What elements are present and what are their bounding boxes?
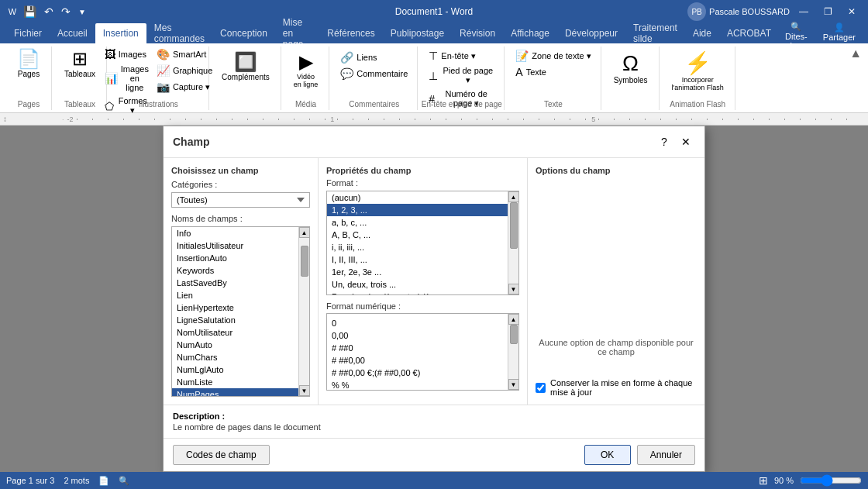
- graphique-btn[interactable]: 📈 Graphique: [153, 63, 215, 78]
- ribbon-group-complements: 🔲 Compléments: [211, 46, 281, 110]
- video-icon: ▶: [299, 53, 313, 71]
- share-btn[interactable]: 👤 Partager: [817, 20, 862, 43]
- field-item-lien[interactable]: Lien: [172, 289, 298, 301]
- images-btn[interactable]: 🖼 Images: [102, 46, 152, 62]
- format-list-scrollbar[interactable]: ▲ ▼: [508, 191, 518, 294]
- fieldnames-label: Noms de champs :: [171, 214, 310, 223]
- format-aucun[interactable]: (aucun): [327, 191, 508, 204]
- field-item-lienhypertexte[interactable]: LienHypertexte: [172, 301, 298, 314]
- description-label: Description :: [173, 412, 695, 421]
- tableaux-btn[interactable]: ⊞ Tableaux: [60, 46, 100, 81]
- pages-label: Pages: [18, 70, 40, 78]
- tab-affichage[interactable]: Affichage: [503, 23, 557, 43]
- field-item-numlglauto[interactable]: NumLglAuto: [172, 363, 298, 376]
- pied-page-btn[interactable]: ⊥ Pied de page ▾: [425, 64, 498, 87]
- pages-btn[interactable]: 📄 Pages: [12, 46, 45, 81]
- tab-accueil[interactable]: Accueil: [50, 23, 95, 43]
- complements-btn[interactable]: 🔲 Compléments: [217, 50, 274, 84]
- entete-btn[interactable]: ⊤ En-tête ▾: [425, 48, 498, 64]
- preserve-format-checkbox[interactable]: [536, 383, 546, 393]
- dialog-close-btn[interactable]: ✕: [677, 133, 695, 151]
- animation-btn[interactable]: ⚡ Incorporerl'animation Flash: [667, 50, 728, 95]
- more-qa-btn[interactable]: ▼: [75, 6, 89, 18]
- tab-insertion[interactable]: Insertion: [95, 23, 146, 43]
- video-btn[interactable]: ▶ Vidéoen ligne: [289, 50, 323, 91]
- tab-acrobat[interactable]: ACROBAT: [719, 23, 779, 43]
- format-abc-upper[interactable]: A, B, C, ...: [327, 229, 508, 241]
- texte-btn[interactable]: A Texte: [512, 64, 594, 80]
- search-btn[interactable]: 🔍 Dites-le-r: [779, 20, 814, 43]
- pages-group-label: Pages: [18, 100, 40, 108]
- field-item-nomutilisateur[interactable]: NomUtilisateur: [172, 326, 298, 339]
- tab-revision[interactable]: Révision: [452, 23, 503, 43]
- tab-traitement[interactable]: Traitement silde: [625, 23, 685, 43]
- pages-icon: 📄: [17, 50, 40, 68]
- format-abc-lower[interactable]: a, b, c, ...: [327, 216, 508, 229]
- num-fmt-hash0[interactable]: # ##0: [327, 342, 508, 354]
- num-fmt-hash000[interactable]: # ##0,00: [327, 354, 508, 367]
- tab-conception[interactable]: Conception: [212, 23, 275, 43]
- commentaire-btn[interactable]: 💬 Commentaire: [337, 66, 411, 81]
- dialog-help-btn[interactable]: ?: [655, 133, 673, 151]
- properties-label: Propriétés du champ: [326, 166, 519, 175]
- field-item-numchars[interactable]: NumChars: [172, 351, 298, 363]
- num-format-scrollbar[interactable]: ▲ ▼: [508, 314, 518, 390]
- zone-texte-icon: 📝: [515, 50, 529, 62]
- field-item-insertion[interactable]: InsertionAuto: [172, 252, 298, 264]
- save-qa-btn[interactable]: 💾: [20, 4, 40, 19]
- redo-qa-btn[interactable]: ↷: [58, 4, 74, 19]
- format-123[interactable]: 1, 2, 3, ...: [327, 204, 508, 216]
- field-item-numpages[interactable]: NumPages: [172, 388, 298, 396]
- format-1er[interactable]: 1er, 2e, 3e ...: [327, 266, 508, 278]
- field-item-initiales[interactable]: InitialesUtilisateur: [172, 239, 298, 252]
- num-fmt-0[interactable]: 0: [327, 317, 508, 329]
- num-format-container: 0 0,00 # ##0 # ##0,00 # ##0,00 €;(# ##0,…: [326, 313, 519, 391]
- scroll-up-btn[interactable]: ▲: [299, 227, 310, 238]
- images-ligne-btn[interactable]: 📊 Images en ligne: [102, 63, 152, 94]
- zone-texte-btn[interactable]: 📝 Zone de texte ▾: [512, 48, 594, 64]
- ribbon-group-media: ▶ Vidéoen ligne Média: [283, 46, 330, 110]
- zoom-slider[interactable]: [800, 476, 862, 485]
- smartart-btn[interactable]: 🎨 SmartArt: [153, 46, 215, 62]
- capture-btn[interactable]: 📷 Capture ▾: [153, 79, 215, 95]
- tab-developpeur[interactable]: Développeur: [557, 23, 625, 43]
- num-fmt-euro[interactable]: # ##0,00 €;(# ##0,00 €): [327, 367, 508, 379]
- num-scroll-down[interactable]: ▼: [508, 379, 519, 390]
- num-scroll-up[interactable]: ▲: [508, 314, 519, 325]
- format-roman-upper[interactable]: I, II, III, ...: [327, 253, 508, 266]
- dialog-footer: Codes de champ OK Annuler: [164, 438, 704, 471]
- cancel-btn[interactable]: Annuler: [637, 445, 695, 465]
- liens-btn[interactable]: 🔗 Liens: [337, 50, 411, 65]
- commentaire-icon: 💬: [340, 67, 353, 80]
- num-fmt-percent[interactable]: % %: [327, 379, 508, 390]
- tab-mise-en-page[interactable]: Mise en page: [275, 23, 320, 43]
- format-scroll-down[interactable]: ▼: [508, 284, 519, 294]
- categories-select[interactable]: (Toutes): [171, 192, 310, 208]
- format-un-deux[interactable]: Un, deux, trois ...: [327, 278, 508, 291]
- format-premier[interactable]: Premier, deuxième, troisième ...: [327, 291, 508, 294]
- tableaux-label: Tableaux: [64, 70, 95, 78]
- num-fmt-000[interactable]: 0,00: [327, 329, 508, 342]
- tab-aide[interactable]: Aide: [685, 23, 719, 43]
- field-item-numliste[interactable]: NumListe: [172, 376, 298, 388]
- field-item-numauto[interactable]: NumAuto: [172, 339, 298, 351]
- ribbon-expand-btn[interactable]: ▲: [849, 46, 862, 60]
- tab-publipostage[interactable]: Publipostage: [383, 23, 452, 43]
- format-scroll-up[interactable]: ▲: [508, 191, 519, 202]
- field-item-info[interactable]: Info: [172, 227, 298, 239]
- ok-btn[interactable]: OK: [584, 445, 631, 465]
- tab-references[interactable]: Références: [319, 23, 382, 43]
- field-list-scrollbar[interactable]: ▲ ▼: [298, 227, 309, 396]
- field-item-lastsaved[interactable]: LastSavedBy: [172, 277, 298, 289]
- tab-fichier[interactable]: Fichier: [6, 23, 50, 43]
- scroll-down-btn[interactable]: ▼: [299, 385, 310, 396]
- codes-champ-btn[interactable]: Codes de champ: [173, 445, 270, 465]
- illustrations-group-label: Illustrations: [139, 100, 178, 108]
- format-roman-lower[interactable]: i, ii, iii, ...: [327, 241, 508, 253]
- format-list-container: (aucun) 1, 2, 3, ... a, b, c, ... A, B, …: [326, 191, 519, 295]
- tab-mes-commandes[interactable]: Mes commandes: [146, 23, 212, 43]
- field-item-keywords[interactable]: Keywords: [172, 264, 298, 277]
- symboles-btn[interactable]: Ω Symboles: [609, 50, 653, 88]
- field-item-lignesalutation[interactable]: LigneSalutation: [172, 314, 298, 326]
- undo-qa-btn[interactable]: ↶: [41, 4, 57, 19]
